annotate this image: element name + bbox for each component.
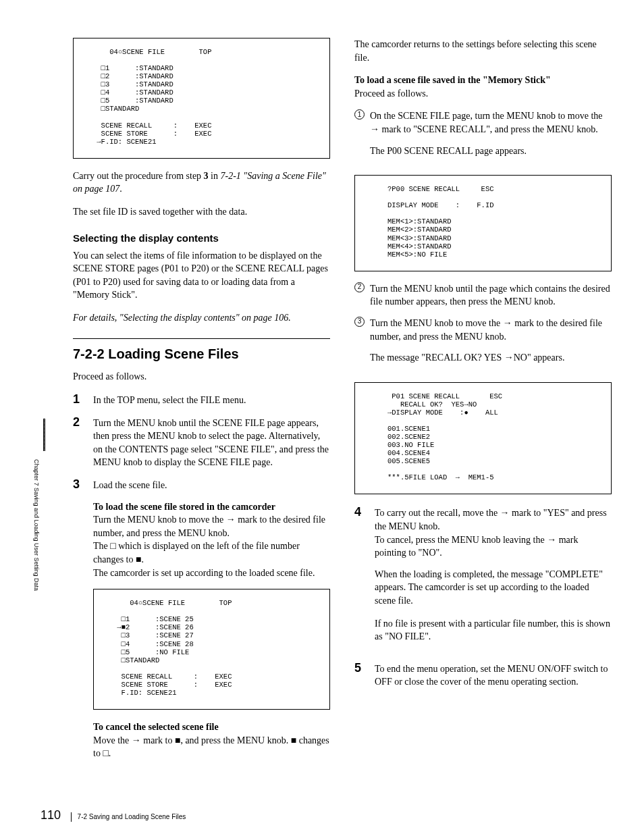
step-number-1: 1 — [73, 392, 85, 407]
no-file-text: If no file is present with a particular … — [375, 617, 612, 644]
load-camcorder-subheading: To load the scene file stored in the cam… — [93, 502, 275, 512]
cancel-subheading: To cancel the selected scene file — [93, 722, 219, 732]
text: On the SCENE FILE page, turn the MENU kn… — [370, 111, 603, 121]
text: NO" appears. — [514, 352, 565, 363]
step-3-body: Load the scene file. — [93, 477, 330, 492]
arrow-icon: → — [370, 124, 379, 134]
text: . — [119, 184, 122, 194]
square-open-icon: □ — [110, 540, 115, 551]
arrow-icon: → — [547, 534, 556, 545]
arrow-icon: → — [500, 507, 510, 518]
scene-recall-screen-1: ?P00 SCENE RECALL ESC DISPLAY MODE : F.I… — [354, 175, 612, 271]
circled-step-3: Turn the MENU knob to move the → mark to… — [370, 317, 612, 374]
step-number-5: 5 — [354, 661, 367, 676]
scene-file-screen-1: 04○SCENE FILE TOP □1 :STANDARD □2 :STAND… — [73, 38, 330, 159]
memory-stick-heading-block: To load a scene file saved in the "Memor… — [354, 74, 612, 100]
scene-recall-screen-2: P01 SCENE RECALL ESC RECALL OK? YES→NO →… — [354, 382, 612, 495]
arrow-icon: → — [503, 317, 512, 328]
section-7-2-2-heading: 7-2-2 Loading Scene Files — [73, 338, 330, 363]
right-column: The camcorder returns to the settings be… — [354, 38, 612, 770]
arrow-icon: → — [504, 352, 514, 363]
text: The — [93, 541, 110, 551]
text: To cancel, press the MENU knob leaving t… — [375, 535, 547, 545]
page-footer: 110 7-2 Saving and Loading Scene Files — [41, 807, 186, 824]
step-1-body: In the TOP menu, select the FILE menu. — [93, 392, 330, 407]
camcorder-returns-paragraph: The camcorder returns to the settings be… — [354, 38, 612, 64]
circled-step-2: Turn the MENU knob until the page which … — [370, 282, 612, 309]
circled-step-1: On the SCENE FILE page, turn the MENU kn… — [370, 109, 612, 167]
selecting-display-body: You can select the items of file informa… — [73, 249, 330, 302]
chapter-side-label: Chapter 7 Saving and Loading User Settin… — [41, 459, 50, 468]
square-filled-icon: ■ — [291, 735, 296, 745]
selecting-display-ref: For details, "Selecting the display cont… — [73, 311, 330, 325]
circled-1-icon: 1 — [354, 109, 365, 120]
text: Move the — [93, 735, 132, 745]
step-number-2: 2 — [73, 415, 85, 430]
recall-ok-text: The message "RECALL OK? YES →NO" appears… — [370, 351, 612, 365]
text: Carry out the procedure from step — [73, 171, 204, 181]
memory-stick-heading: To load a scene file saved in the "Memor… — [354, 75, 551, 85]
text: Turn the MENU knob to move the — [370, 318, 503, 328]
carry-out-paragraph: Carry out the procedure from step 3 in 7… — [73, 169, 330, 196]
text: in — [209, 171, 221, 181]
side-decoration — [43, 419, 45, 451]
step-5-body: To end the menu operation, set the MENU … — [375, 661, 612, 689]
arrow-icon: → — [226, 514, 236, 525]
text: Load the scene file. — [93, 480, 167, 490]
bold-step-ref: 3 — [204, 171, 209, 181]
page-number: 110 — [41, 808, 61, 822]
text: To carry out the recall, move the — [375, 508, 500, 518]
footer-divider — [71, 812, 72, 822]
text: mark to "SCENE RECALL", and press the ME… — [379, 124, 598, 134]
text: mark to — [141, 735, 175, 745]
text: which is displayed on the left of the fi… — [93, 541, 300, 565]
scene-file-screen-2: 04○SCENE FILE TOP □1 :SCENE 25 →■2 :SCEN… — [93, 589, 330, 710]
left-column: 04○SCENE FILE TOP □1 :STANDARD □2 :STAND… — [73, 38, 330, 770]
text: The camcorder is set up according to the… — [93, 568, 315, 578]
step-number-3: 3 — [73, 477, 85, 492]
p00-appears-text: The P00 SCENE RECALL page appears. — [370, 145, 612, 158]
step-4-body: To carry out the recall, move the → mark… — [375, 505, 612, 652]
circled-2-icon: 2 — [354, 282, 365, 292]
step-2-body: Turn the MENU knob until the SCENE FILE … — [93, 415, 330, 469]
chapter-side-text: Chapter 7 Saving and Loading User Settin… — [32, 459, 41, 469]
loading-complete-text: When the loading is completed, the messa… — [375, 568, 612, 608]
text: . — [141, 554, 144, 565]
load-camcorder-subheading-block: To load the scene file stored in the cam… — [93, 500, 330, 580]
arrow-icon: → — [132, 735, 141, 745]
proceed-text: Proceed as follows. — [73, 370, 330, 384]
square-open-icon: □ — [103, 747, 108, 758]
text: Proceed as follows. — [354, 88, 428, 99]
text: The message "RECALL OK? YES — [370, 352, 504, 363]
cancel-subheading-block: To cancel the selected scene file Move t… — [93, 720, 330, 760]
circled-3-icon: 3 — [354, 317, 365, 327]
text: , and press the MENU knob. — [180, 735, 290, 745]
selecting-display-heading: Selecting the display contents — [73, 231, 330, 245]
step-number-4: 4 — [354, 505, 367, 520]
text: Turn the MENU knob to move the — [93, 515, 226, 525]
set-file-id-paragraph: The set file ID is saved together with t… — [73, 205, 330, 219]
footer-section-title: 7-2 Saving and Loading Scene Files — [78, 813, 186, 820]
text: . — [109, 748, 111, 758]
